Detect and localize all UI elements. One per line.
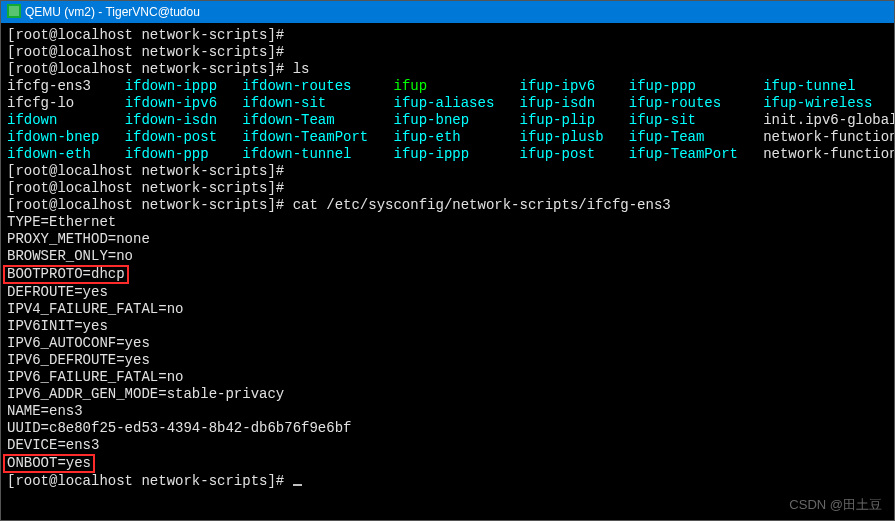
prompt-line: [root@localhost network-scripts]# xyxy=(7,27,888,44)
hl-box: ONBOOT=yes xyxy=(3,454,95,473)
cfg-line: ONBOOT=yes xyxy=(7,454,888,473)
cfg-line: IPV6INIT=yes xyxy=(7,318,888,335)
cmd-ls-line: [root@localhost network-scripts]# ls xyxy=(7,61,888,78)
prompt-line: [root@localhost network-scripts]# xyxy=(7,163,888,180)
cfg-line: UUID=c8e80f25-ed53-4394-8b42-db6b76f9e6b… xyxy=(7,420,888,437)
ls-row: ifdown-eth ifdown-ppp ifdown-tunnel ifup… xyxy=(7,146,888,163)
ls-row: ifdown ifdown-isdn ifdown-Team ifup-bnep… xyxy=(7,112,888,129)
prompt-line: [root@localhost network-scripts]# xyxy=(7,180,888,197)
ls-row: ifdown-bnep ifdown-post ifdown-TeamPort … xyxy=(7,129,888,146)
watermark: CSDN @田土豆 xyxy=(789,496,882,514)
hl-box: BOOTPROTO=dhcp xyxy=(3,265,129,284)
cfg-line: BOOTPROTO=dhcp xyxy=(7,265,888,284)
cursor xyxy=(293,484,302,486)
cfg-line: PROXY_METHOD=none xyxy=(7,231,888,248)
vnc-window: QEMU (vm2) - TigerVNC@tudou [root@localh… xyxy=(0,0,895,521)
prompt-line: [root@localhost network-scripts]# xyxy=(7,44,888,61)
cfg-line: DEFROUTE=yes xyxy=(7,284,888,301)
cmd-cat-line: [root@localhost network-scripts]# cat /e… xyxy=(7,197,888,214)
cfg-line: IPV6_AUTOCONF=yes xyxy=(7,335,888,352)
cfg-line: IPV6_FAILURE_FATAL=no xyxy=(7,369,888,386)
cfg-line: IPV6_ADDR_GEN_MODE=stable-privacy xyxy=(7,386,888,403)
svg-rect-1 xyxy=(9,6,19,16)
cfg-line: NAME=ens3 xyxy=(7,403,888,420)
cfg-line: DEVICE=ens3 xyxy=(7,437,888,454)
ls-row: ifcfg-ens3 ifdown-ippp ifdown-routes ifu… xyxy=(7,78,888,95)
window-title: QEMU (vm2) - TigerVNC@tudou xyxy=(25,5,200,19)
terminal-output[interactable]: [root@localhost network-scripts]# [root@… xyxy=(1,23,894,494)
cfg-line: TYPE=Ethernet xyxy=(7,214,888,231)
app-icon xyxy=(7,3,21,17)
cfg-line: BROWSER_ONLY=no xyxy=(7,248,888,265)
titlebar[interactable]: QEMU (vm2) - TigerVNC@tudou xyxy=(1,1,894,23)
cfg-line: IPV6_DEFROUTE=yes xyxy=(7,352,888,369)
cfg-line: IPV4_FAILURE_FATAL=no xyxy=(7,301,888,318)
ls-row: ifcfg-lo ifdown-ipv6 ifdown-sit ifup-ali… xyxy=(7,95,888,112)
prompt-line: [root@localhost network-scripts]# xyxy=(7,473,888,490)
